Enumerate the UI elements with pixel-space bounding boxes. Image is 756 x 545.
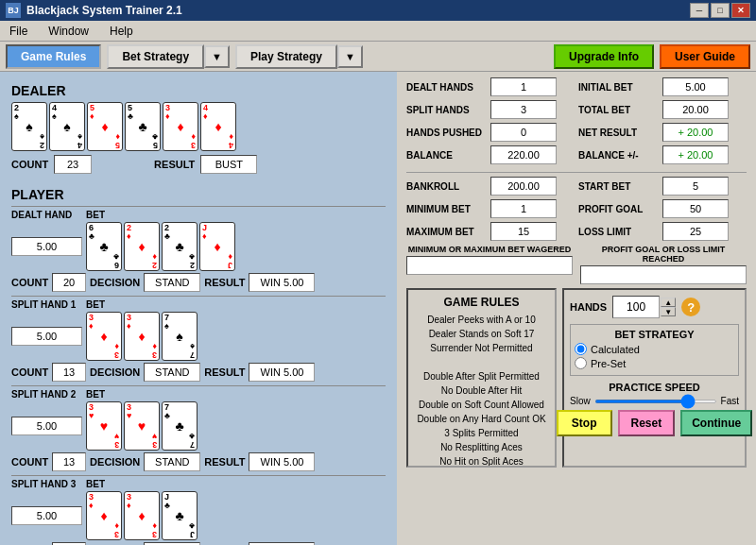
loss-limit-value[interactable] (662, 222, 729, 241)
hands-spinner-buttons: ▲ ▼ (661, 298, 676, 316)
hand-title-2: SPLIT HAND 2 (11, 389, 82, 400)
hands-down-button[interactable]: ▼ (661, 307, 676, 316)
dealer-card: 5♦ ♦ 5♦ (87, 102, 123, 151)
split-hands-value[interactable] (490, 100, 557, 119)
count-label-2: COUNT (11, 456, 48, 468)
close-button[interactable]: ✕ (731, 3, 750, 18)
total-bet-value[interactable] (662, 100, 729, 119)
calculated-radio[interactable] (575, 343, 587, 355)
preset-radio-row: Pre-Set (575, 357, 734, 369)
game-rules-title: GAME RULES (414, 296, 549, 309)
minimize-button[interactable]: ─ (690, 3, 709, 18)
player-hand-0: DEALT HAND BET 6♣ ♣ 6♣ 2♦ ♦ 2♦ 2♣ ♣ 2♣ J… (11, 206, 386, 292)
count-label-1: COUNT (11, 366, 48, 378)
practice-speed-section: PRACTICE SPEED Slow Fast (570, 382, 739, 406)
decision-value-1[interactable] (144, 363, 200, 382)
decision-value-2[interactable] (144, 452, 200, 471)
dealt-hands-label: DEALT HANDS (406, 82, 487, 93)
stop-button[interactable]: Stop (557, 410, 612, 436)
initial-bet-value[interactable] (662, 77, 729, 96)
dealer-cards: 2♠ ♠ 2♠ 4♠ ♠ 4♠ 5♦ ♦ 5♦ 5♣ ♣ 5♣ 3♦ ♦ 3♦ … (11, 102, 236, 151)
game-rules-line: Surrender Not Permitted (414, 341, 549, 355)
hand-bet-3[interactable] (11, 506, 82, 525)
left-panel: DEALER 2♠ ♠ 2♠ 4♠ ♠ 4♠ 5♦ ♦ 5♦ 5♣ ♣ 5♣ 3… (0, 72, 397, 545)
min-bet-value[interactable] (490, 199, 557, 218)
result-label-1: RESULT (204, 366, 245, 378)
profit-loss-limit-value[interactable] (580, 265, 747, 284)
decision-value-0[interactable] (144, 273, 200, 292)
speed-slider[interactable] (594, 400, 717, 403)
hand-bet-2[interactable] (11, 417, 82, 435)
hands-pushed-pair: HANDS PUSHED (406, 123, 575, 142)
count-value-0[interactable] (52, 273, 86, 292)
player-card: 3♦ ♦ 3♦ (86, 491, 122, 540)
decision-label-1: DECISION (90, 366, 140, 378)
profit-goal-label: PROFIT GOAL (578, 204, 659, 214)
profit-goal-value[interactable] (662, 199, 729, 218)
hands-pushed-label: HANDS PUSHED (406, 128, 487, 138)
preset-label: Pre-Set (591, 358, 626, 369)
hands-up-button[interactable]: ▲ (661, 298, 676, 307)
start-bet-value[interactable] (662, 177, 729, 196)
balance-value[interactable] (490, 145, 557, 164)
balance-plus-value[interactable] (662, 145, 729, 164)
dealer-result-value[interactable] (200, 155, 257, 174)
min-max-wager-label: MINIMUM OR MAXIMUM BET WAGERED (406, 245, 573, 254)
play-strategy-arrow[interactable]: ▼ (337, 45, 363, 68)
net-result-value[interactable] (662, 123, 729, 142)
bankroll-value[interactable] (490, 177, 557, 196)
game-rules-line (414, 355, 549, 369)
bet-label-3: BET (86, 479, 105, 489)
dealer-info-row: COUNT RESULT (11, 155, 386, 174)
initial-bet-pair: INITIAL BET (578, 77, 747, 96)
upgrade-info-button[interactable]: Upgrade Info (554, 44, 654, 69)
reset-button[interactable]: Reset (618, 410, 676, 436)
continue-button[interactable]: Continue (680, 410, 752, 436)
count-value-2[interactable] (52, 452, 86, 471)
balance-pair: BALANCE (406, 145, 575, 164)
count-label-0: COUNT (11, 277, 48, 288)
play-strategy-button[interactable]: Play Strategy (235, 44, 337, 69)
decision-label-2: DECISION (90, 456, 140, 468)
hands-value[interactable] (612, 296, 660, 318)
help-icon[interactable]: ? (681, 298, 700, 316)
app-icon: BJ (6, 3, 21, 18)
result-value-2[interactable] (249, 452, 315, 471)
game-rules-button[interactable]: Game Rules (6, 44, 101, 69)
menu-window[interactable]: Window (43, 23, 94, 40)
app-title: Blackjack System Trainer 2.1 (26, 4, 182, 17)
min-max-wager-value[interactable] (406, 256, 573, 275)
result-value-0[interactable] (249, 273, 315, 292)
bet-strategy-button[interactable]: Bet Strategy (107, 44, 204, 69)
player-hands-container: DEALT HAND BET 6♣ ♣ 6♣ 2♦ ♦ 2♦ 2♣ ♣ 2♣ J… (11, 206, 386, 545)
dealer-count-value[interactable] (54, 155, 92, 174)
count-value-1[interactable] (52, 363, 86, 382)
loss-limit-label: LOSS LIMIT (578, 227, 659, 237)
game-rules-text: Dealer Peeks with A or 10Dealer Stands o… (414, 313, 549, 468)
practice-speed-title: PRACTICE SPEED (570, 382, 739, 393)
menu-help[interactable]: Help (104, 23, 139, 40)
maximize-button[interactable]: □ (711, 3, 730, 18)
hands-pushed-value[interactable] (490, 123, 557, 142)
user-guide-button[interactable]: User Guide (660, 44, 750, 69)
preset-radio[interactable] (575, 357, 587, 369)
result-label-2: RESULT (204, 456, 245, 468)
fast-label: Fast (721, 396, 739, 406)
max-bet-value[interactable] (490, 222, 557, 241)
balance-plus-pair: BALANCE +/- (578, 145, 747, 164)
dealer-result-label: RESULT (154, 159, 195, 170)
hand-bet-1[interactable] (11, 327, 82, 346)
menu-file[interactable]: File (4, 23, 33, 40)
bet-strategy-arrow[interactable]: ▼ (204, 45, 230, 68)
menu-bar: File Window Help (0, 21, 756, 42)
result-value-1[interactable] (249, 363, 315, 382)
hand-bet-0[interactable] (11, 237, 82, 256)
game-rules-line: Double on Any Hard Count OK (414, 412, 549, 426)
dealt-hands-value[interactable] (490, 77, 557, 96)
player-area: PLAYER DEALT HAND BET 6♣ ♣ 6♣ 2♦ ♦ 2♦ 2♣… (8, 183, 389, 545)
game-rules-line: No Hit on Split Aces (414, 454, 549, 468)
bet-label-1: BET (86, 299, 105, 310)
total-bet-pair: TOTAL BET (578, 100, 747, 119)
player-hand-2: SPLIT HAND 2 BET 3♥ ♥ 3♥ 3♥ ♥ 3♥ 7♣ ♣ 7♣… (11, 385, 386, 471)
game-rules-line: Double on Soft Count Allowed (414, 398, 549, 412)
